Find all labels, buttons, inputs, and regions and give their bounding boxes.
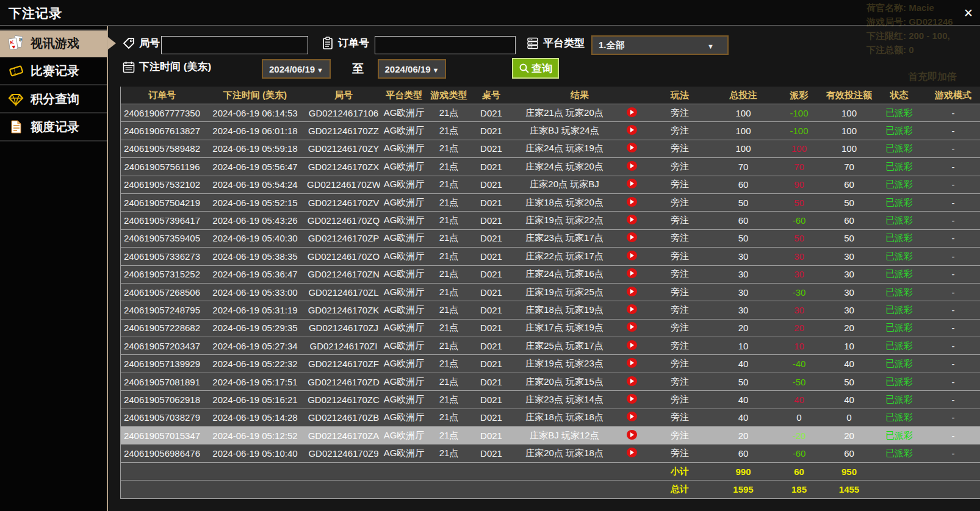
cell-platform: AG欧洲厅 bbox=[380, 394, 428, 406]
cell-game-mode: - bbox=[924, 412, 980, 423]
replay-icon[interactable] bbox=[627, 125, 637, 135]
cell-game-type: 21点 bbox=[428, 268, 470, 280]
replay-icon[interactable] bbox=[627, 376, 637, 386]
cell-game-mode: - bbox=[924, 341, 980, 351]
search-button[interactable]: 查询 bbox=[512, 58, 559, 79]
cell-order-id: 240619057139929 bbox=[121, 359, 203, 369]
cell-bet-time: 2024-06-19 05:12:52 bbox=[203, 431, 307, 441]
table-row[interactable]: 240619057315252 2024-06-19 05:36:47 GD02… bbox=[121, 265, 980, 283]
table-row[interactable]: 240619057532102 2024-06-19 05:54:24 GD02… bbox=[121, 176, 980, 193]
table-row[interactable]: 240619057268506 2024-06-19 05:33:00 GD02… bbox=[121, 283, 980, 301]
bet-time-label: 下注时间 (美东) bbox=[139, 60, 211, 74]
cell-game-type: 21点 bbox=[428, 287, 470, 298]
table-row[interactable]: 240619057015347 2024-06-19 05:12:52 GD02… bbox=[121, 426, 980, 444]
table-row[interactable]: 240619057203437 2024-06-19 05:27:34 GD02… bbox=[121, 337, 980, 354]
table-row[interactable]: 240619057589482 2024-06-19 05:59:18 GD02… bbox=[121, 140, 980, 157]
cell-status: 已派彩 bbox=[874, 125, 924, 137]
header-bet-type: 玩法 bbox=[647, 90, 713, 101]
cell-round-id: GD02124617106 bbox=[307, 108, 380, 118]
cell-platform: AG欧洲厅 bbox=[380, 179, 428, 190]
cell-order-id: 240619057589482 bbox=[121, 143, 203, 154]
table-row[interactable]: 240619067777350 2024-06-19 06:14:53 GD02… bbox=[121, 104, 980, 121]
sidebar-item-points-query[interactable]: 积分查询 bbox=[0, 85, 107, 113]
cell-order-id: 240619057315252 bbox=[121, 269, 203, 279]
cell-status: 已派彩 bbox=[874, 107, 924, 119]
cell-bet-time: 2024-06-19 05:59:18 bbox=[203, 143, 307, 154]
cell-bet-type: 旁注 bbox=[647, 179, 713, 190]
cell-valid-bet: 50 bbox=[824, 233, 874, 243]
table-row[interactable]: 240619056986476 2024-06-19 05:10:40 GD02… bbox=[121, 444, 980, 462]
replay-icon[interactable] bbox=[627, 287, 637, 296]
cell-game-mode: - bbox=[924, 143, 980, 154]
cell-total-bet: 100 bbox=[713, 126, 774, 136]
table-row[interactable]: 240619057504219 2024-06-19 05:52:15 GD02… bbox=[121, 193, 980, 211]
replay-icon[interactable] bbox=[627, 143, 637, 152]
table-row[interactable]: 240619057228682 2024-06-19 05:29:35 GD02… bbox=[121, 319, 980, 337]
cell-table-no: D021 bbox=[470, 341, 513, 351]
replay-icon[interactable] bbox=[627, 232, 637, 242]
betting-records-table: 订单号 下注时间 (美东) 局号 平台类型 游戏类型 桌号 结果 玩法 总投注 … bbox=[120, 87, 980, 499]
table-row[interactable]: 240619057081891 2024-06-19 05:17:51 GD02… bbox=[121, 373, 980, 390]
platform-type-select[interactable]: 1.全部 bbox=[591, 35, 729, 55]
cell-payout: 30 bbox=[774, 251, 824, 262]
server-list-icon bbox=[526, 37, 539, 50]
replay-icon[interactable] bbox=[627, 197, 637, 207]
replay-icon[interactable] bbox=[627, 412, 637, 421]
cell-valid-bet: 20 bbox=[824, 323, 874, 333]
date-to-select[interactable]: 2024/06/19 bbox=[378, 59, 446, 79]
replay-icon[interactable] bbox=[627, 215, 637, 224]
table-row[interactable]: 240619057396417 2024-06-19 05:43:26 GD02… bbox=[121, 211, 980, 229]
cell-round-id: GD021246170ZL bbox=[307, 287, 380, 298]
cell-valid-bet: 10 bbox=[824, 341, 874, 351]
sidebar-item-match-records[interactable]: 比赛记录 bbox=[0, 57, 107, 85]
table-row[interactable]: 240619057038279 2024-06-19 05:14:28 GD02… bbox=[121, 409, 980, 426]
cell-result: 庄家20点 玩家BJ bbox=[513, 179, 616, 190]
cell-game-type: 21点 bbox=[428, 215, 470, 226]
cell-status: 已派彩 bbox=[874, 251, 924, 262]
cell-payout: 10 bbox=[774, 341, 824, 351]
cell-result: 庄家21点 玩家20点 bbox=[513, 107, 616, 119]
cell-payout: -100 bbox=[774, 108, 824, 118]
replay-icon[interactable] bbox=[627, 430, 637, 440]
replay-icon[interactable] bbox=[627, 107, 637, 117]
cell-bet-time: 2024-06-19 05:36:47 bbox=[203, 269, 307, 279]
grand-total-row: 总计 1595 185 1455 bbox=[121, 480, 980, 498]
replay-icon[interactable] bbox=[627, 161, 637, 171]
cell-total-bet: 40 bbox=[713, 395, 774, 405]
cell-valid-bet: 40 bbox=[824, 395, 874, 405]
table-row[interactable]: 240619067613827 2024-06-19 06:01:18 GD02… bbox=[121, 121, 980, 139]
cell-platform: AG欧洲厅 bbox=[380, 430, 428, 441]
order-id-input[interactable] bbox=[375, 36, 516, 54]
cell-game-type: 21点 bbox=[428, 322, 470, 334]
table-row[interactable]: 240619057561196 2024-06-19 05:56:47 GD02… bbox=[121, 157, 980, 175]
date-from-select[interactable]: 2024/06/19 bbox=[262, 59, 331, 79]
replay-icon[interactable] bbox=[627, 268, 637, 278]
order-id-label: 订单号 bbox=[338, 36, 369, 50]
sidebar-item-video-games[interactable]: 9 K ♥ 视讯游戏 bbox=[0, 29, 107, 57]
table-row[interactable]: 240619057248795 2024-06-19 05:31:19 GD02… bbox=[121, 301, 980, 318]
cell-payout: -30 bbox=[774, 287, 824, 298]
replay-icon[interactable] bbox=[627, 394, 637, 404]
cell-game-mode: - bbox=[924, 251, 980, 262]
table-row[interactable]: 240619057336273 2024-06-19 05:38:35 GD02… bbox=[121, 247, 980, 265]
cell-payout: 50 bbox=[774, 233, 824, 243]
cell-bet-time: 2024-06-19 06:01:18 bbox=[203, 126, 307, 136]
close-icon[interactable]: ✕ bbox=[960, 5, 976, 21]
round-id-input[interactable] bbox=[161, 36, 308, 54]
replay-icon[interactable] bbox=[627, 251, 637, 260]
replay-icon[interactable] bbox=[627, 322, 637, 332]
replay-icon[interactable] bbox=[627, 448, 637, 457]
cell-total-bet: 60 bbox=[713, 179, 774, 190]
sidebar-item-quota-records[interactable]: 额度记录 bbox=[0, 113, 107, 141]
cell-bet-type: 旁注 bbox=[647, 215, 713, 226]
replay-icon[interactable] bbox=[627, 358, 637, 368]
replay-icon[interactable] bbox=[627, 179, 637, 188]
cell-platform: AG欧洲厅 bbox=[380, 358, 428, 370]
table-row[interactable]: 240619057139929 2024-06-19 05:22:32 GD02… bbox=[121, 354, 980, 372]
replay-icon[interactable] bbox=[627, 304, 637, 314]
cell-table-no: D021 bbox=[470, 412, 513, 423]
table-row[interactable]: 240619057062918 2024-06-19 05:16:21 GD02… bbox=[121, 390, 980, 408]
cell-platform: AG欧洲厅 bbox=[380, 251, 428, 262]
table-row[interactable]: 240619057359405 2024-06-19 05:40:30 GD02… bbox=[121, 229, 980, 247]
replay-icon[interactable] bbox=[627, 340, 637, 350]
